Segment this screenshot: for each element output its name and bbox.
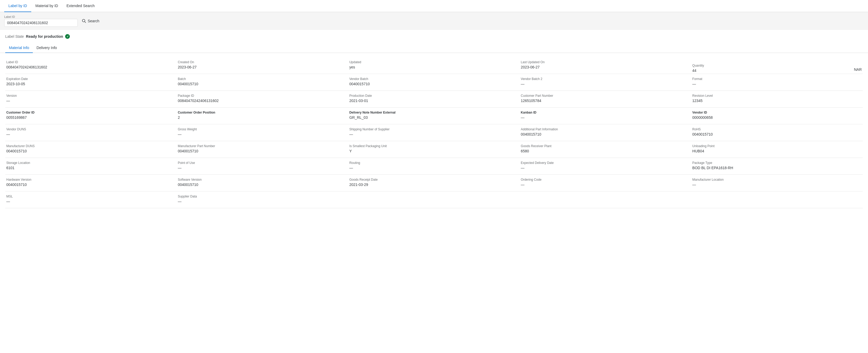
field-cell: Unloading PointHUB04 [691, 141, 863, 158]
search-bar: Label ID Search [0, 12, 868, 30]
tab-extended-search[interactable]: Extended Search [62, 0, 99, 12]
field-label: Package ID [178, 94, 344, 98]
field-value: — [349, 166, 516, 170]
tab-label-by-id[interactable]: Label by ID [4, 0, 31, 12]
field-label: Vendor Batch 2 [521, 77, 687, 81]
field-value: Y [349, 149, 516, 153]
field-cell: Customer Order Position2 [177, 108, 348, 124]
field-value: 0040015710 [178, 182, 344, 187]
field-value: — [6, 99, 173, 103]
search-icon [82, 19, 86, 23]
field-value: 2023-06-27 [178, 65, 344, 69]
field-label: Manufacturer DUNS [6, 144, 173, 148]
field-value: — [521, 182, 687, 187]
field-value: 0055169867 [6, 115, 173, 119]
field-label: Updated [349, 60, 516, 64]
field-value: — [521, 82, 687, 86]
field-value: 0040015710 [521, 132, 687, 136]
field-value: BOD BL DI EPA1618-RH [692, 166, 859, 170]
field-label: Gross Weight [178, 128, 344, 131]
search-label: Search [88, 19, 99, 23]
field-value: 2021-03-29 [349, 182, 516, 187]
field-label: Expiration Date [6, 77, 173, 81]
inner-tab-bar: Material Info Delivery Info [0, 43, 868, 53]
quantity-unit: NAR [854, 67, 862, 73]
tab-material-info[interactable]: Material Info [5, 43, 33, 53]
label-id-field-label: Label ID [4, 15, 78, 19]
field-value: — [692, 82, 859, 86]
field-value: 0040015710 [6, 182, 173, 187]
field-value: yes [349, 65, 516, 69]
field-cell: Kanban ID— [520, 108, 691, 124]
field-label: Additional Part Information [521, 128, 687, 131]
field-value: 6101 [6, 166, 173, 170]
field-value: — [692, 182, 859, 187]
field-cell: Is Smallest Packaging UnitY [348, 141, 520, 158]
field-cell: Shipping Number of Supplier— [348, 124, 520, 141]
field-cell: Format— [691, 74, 863, 91]
field-cell: Supplier Data— [177, 191, 348, 208]
field-value: 0040015710 [349, 82, 516, 86]
field-label: Shipping Number of Supplier [349, 128, 516, 131]
field-cell [348, 191, 520, 208]
field-label: Customer Order Position [178, 111, 344, 114]
field-label: Kanban ID [521, 111, 687, 114]
field-value: — [6, 132, 173, 136]
field-cell: Updatedyes [348, 57, 520, 74]
field-value: 0040015710 [692, 132, 859, 136]
field-label: MSL [6, 195, 173, 198]
svg-line-1 [85, 22, 86, 23]
field-cell: Ordering Code— [520, 175, 691, 191]
field-label: Goods Receipt Date [349, 178, 516, 181]
field-cell: Package TypeBOD BL DI EPA1618-RH [691, 158, 863, 175]
field-value: HUB04 [692, 149, 859, 153]
field-value: — [178, 166, 344, 170]
field-cell: Production Date2021-03-01 [348, 91, 520, 108]
quantity-value: 44 [692, 68, 704, 73]
field-cell: Expected Delivery Date— [520, 158, 691, 175]
field-label: Production Date [349, 94, 516, 98]
field-cell: Vendor DUNS— [5, 124, 177, 141]
field-value: 2021-03-01 [349, 99, 516, 103]
field-cell: Vendor ID0000000658 [691, 108, 863, 124]
field-cell: Software Version0040015710 [177, 175, 348, 191]
field-label: Version [6, 94, 173, 98]
field-value: 0040015710 [178, 82, 344, 86]
field-cell: Goods Receiver Plant6580 [520, 141, 691, 158]
field-value: — [521, 166, 687, 170]
field-cell: Customer Part Number1265105784 [520, 91, 691, 108]
field-cell: Customer Order ID0055169867 [5, 108, 177, 124]
tab-material-by-id[interactable]: Material by ID [31, 0, 62, 12]
field-cell: Additional Part Information0040015710 [520, 124, 691, 141]
label-state-label: Label State [5, 34, 24, 39]
field-label: Hardware Version [6, 178, 173, 181]
field-label: Customer Part Number [521, 94, 687, 98]
field-label: Vendor DUNS [6, 128, 173, 131]
field-cell: Point of Use— [177, 158, 348, 175]
label-id-input[interactable] [4, 19, 78, 27]
field-value: — [178, 132, 344, 136]
tab-delivery-info[interactable]: Delivery Info [33, 43, 61, 53]
field-label: RoHS [692, 128, 859, 131]
field-label: Package Type [692, 161, 859, 165]
field-label: Format [692, 77, 859, 81]
field-cell: Revision Level12345 [691, 91, 863, 108]
field-cell: Label ID00840470242406131602 [5, 57, 177, 74]
field-cell: Vendor Batch0040015710 [348, 74, 520, 91]
field-label: Is Smallest Packaging Unit [349, 144, 516, 148]
field-label: Manufacturer Location [692, 178, 859, 181]
field-cell: Manufacturer DUNS0040015710 [5, 141, 177, 158]
field-value: 6580 [521, 149, 687, 153]
search-button[interactable]: Search [82, 19, 99, 23]
quantity-field-cell: Quantity 44 NAR [691, 57, 863, 74]
field-label: Created On [178, 60, 344, 64]
label-state-row: Label State Ready for production [0, 30, 868, 41]
field-label: Goods Receiver Plant [521, 144, 687, 148]
field-label: Storage Location [6, 161, 173, 165]
field-label: Expected Delivery Date [521, 161, 687, 165]
field-label: Vendor ID [692, 111, 859, 114]
field-cell: Goods Receipt Date2021-03-29 [348, 175, 520, 191]
field-label: Routing [349, 161, 516, 165]
field-value: 2023-10-05 [6, 82, 173, 86]
field-label: Vendor Batch [349, 77, 516, 81]
